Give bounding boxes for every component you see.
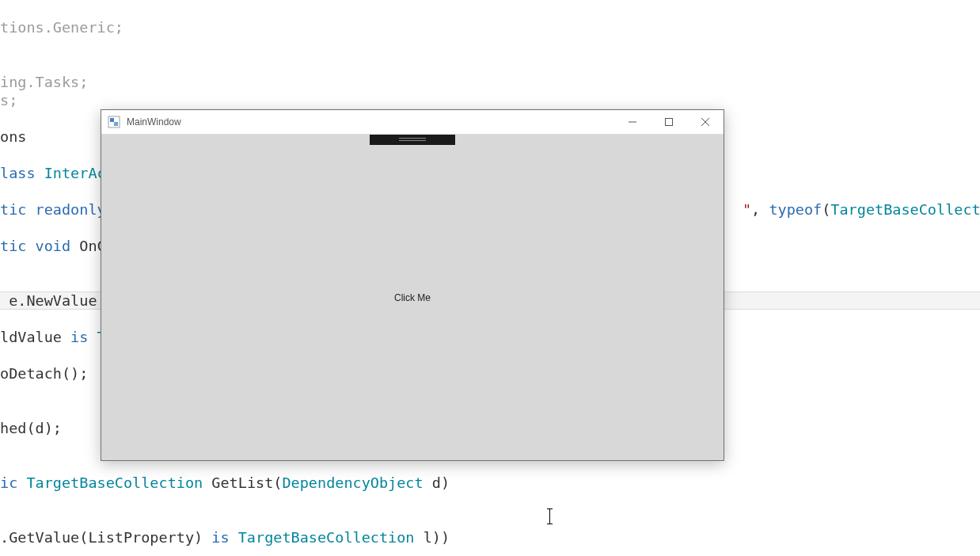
- svg-rect-2: [114, 122, 118, 126]
- minimize-button[interactable]: [614, 110, 651, 134]
- code-text: ldValue: [0, 329, 70, 345]
- code-text: is: [211, 529, 237, 546]
- code-text: .GetValue(ListProperty): [0, 529, 211, 546]
- code-text: l)): [424, 529, 450, 546]
- titlebar-drag-region[interactable]: [181, 110, 614, 134]
- code-text: ons: [0, 128, 26, 145]
- app-window: MainWindow Click Me: [101, 109, 724, 461]
- text-caret: [549, 508, 550, 524]
- window-client-area: Click Me: [101, 135, 724, 460]
- code-text: d): [432, 474, 450, 491]
- code-text: tions.Generic;: [0, 19, 123, 36]
- code-text: ic: [0, 474, 26, 491]
- code-text: e.NewValue: [0, 292, 106, 309]
- code-text: TargetBaseCollection: [830, 201, 980, 218]
- svg-rect-4: [666, 119, 673, 126]
- code-text: s;: [0, 92, 17, 109]
- maximize-button[interactable]: [651, 110, 687, 134]
- code-text: is: [70, 329, 97, 345]
- code-text: hed(d);: [0, 420, 62, 436]
- code-text: ,: [751, 201, 769, 218]
- app-icon: [108, 116, 120, 128]
- code-text: DependencyObject: [282, 474, 431, 491]
- code-text: oDetach();: [0, 365, 88, 382]
- code-text: ing.Tasks;: [0, 74, 88, 90]
- window-titlebar[interactable]: MainWindow: [101, 110, 724, 135]
- code-text: tic: [0, 238, 36, 254]
- code-text: tic: [0, 201, 36, 218]
- code-text: TargetBaseCollection: [238, 529, 424, 546]
- close-button[interactable]: [687, 110, 724, 134]
- svg-rect-1: [110, 118, 114, 122]
- window-title: MainWindow: [127, 116, 181, 128]
- top-grip-handle[interactable]: [370, 135, 455, 145]
- code-text: typeof: [769, 201, 822, 218]
- code-text: void: [36, 238, 80, 254]
- code-text: TargetBaseCollection: [26, 474, 211, 491]
- window-controls: [614, 110, 724, 134]
- code-text: GetList(: [211, 474, 282, 491]
- code-text: (: [822, 201, 830, 218]
- code-text: ": [743, 201, 751, 218]
- click-me-button[interactable]: Click Me: [394, 292, 431, 303]
- code-text: lass: [0, 165, 44, 181]
